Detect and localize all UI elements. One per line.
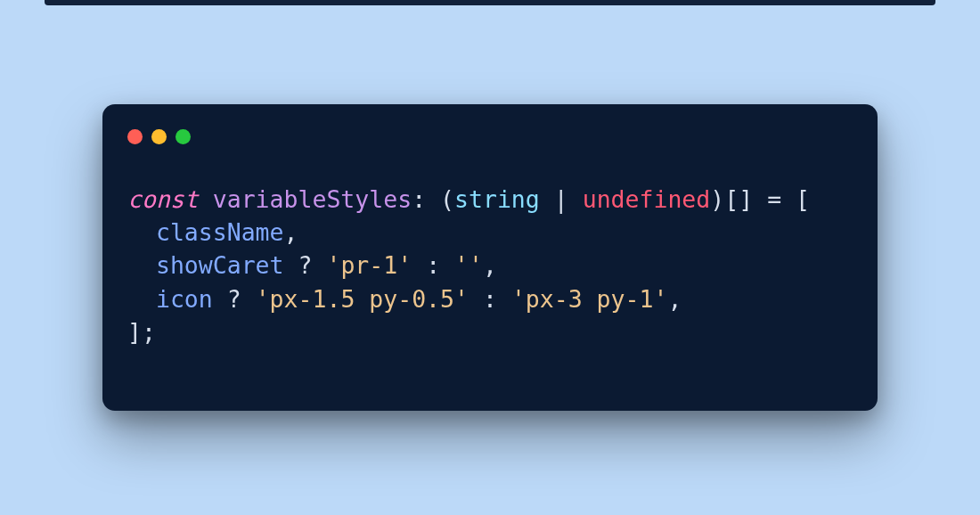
space-token: [568, 185, 583, 213]
code-line: showCaret ? 'pr-1' : '',: [127, 249, 853, 282]
string-token: 'px-3 py-1': [511, 285, 668, 313]
type-token: undefined: [583, 185, 711, 213]
punctuation-token: :: [412, 185, 426, 213]
keyword-token: const: [127, 185, 199, 213]
type-token: string: [454, 185, 540, 213]
punctuation-token: :: [483, 285, 497, 313]
punctuation-token: ?: [298, 251, 312, 279]
code-line: ];: [127, 315, 853, 348]
punctuation-token: =: [767, 185, 781, 213]
space-token: [213, 285, 227, 313]
close-icon[interactable]: [127, 129, 143, 144]
string-token: 'px-1.5 py-0.5': [256, 285, 469, 313]
property-token: icon: [156, 285, 213, 313]
property-token: className: [156, 218, 284, 246]
space-token: [540, 185, 554, 213]
identifier-token: variableStyles: [213, 185, 412, 213]
space-token: [312, 251, 326, 279]
code-window: const variableStyles: (string | undefine…: [102, 104, 878, 410]
space-token: [241, 285, 256, 313]
string-token: '': [454, 251, 483, 279]
punctuation-token: (: [440, 185, 454, 213]
code-line: className,: [127, 216, 853, 249]
indent-token: [127, 282, 156, 315]
space-token: [497, 285, 511, 313]
punctuation-token: |: [554, 185, 568, 213]
punctuation-token: :: [426, 251, 440, 279]
punctuation-token: []: [724, 185, 753, 213]
punctuation-token: ): [710, 185, 724, 213]
space-token: [199, 185, 213, 213]
punctuation-token: [: [796, 185, 810, 213]
space-token: [469, 285, 483, 313]
code-content: const variableStyles: (string | undefine…: [102, 147, 878, 356]
string-token: 'pr-1': [326, 251, 412, 279]
indent-token: [127, 249, 156, 282]
minimize-icon[interactable]: [151, 129, 167, 144]
maximize-icon[interactable]: [176, 129, 191, 144]
space-token: [753, 185, 767, 213]
punctuation-token: ,: [284, 218, 298, 246]
space-token: [426, 185, 440, 213]
code-line: icon ? 'px-1.5 py-0.5' : 'px-3 py-1',: [127, 282, 853, 315]
punctuation-token: ?: [227, 285, 241, 313]
punctuation-token: ,: [483, 251, 497, 279]
space-token: [412, 251, 426, 279]
space-token: [781, 185, 796, 213]
indent-token: [127, 216, 156, 249]
punctuation-token: ;: [142, 318, 156, 346]
space-token: [284, 251, 298, 279]
window-titlebar: [102, 104, 878, 147]
top-accent-bar: [45, 0, 935, 5]
code-line: const variableStyles: (string | undefine…: [127, 183, 853, 216]
space-token: [440, 251, 454, 279]
property-token: showCaret: [156, 251, 284, 279]
punctuation-token: ,: [667, 285, 682, 313]
punctuation-token: ]: [127, 318, 142, 346]
